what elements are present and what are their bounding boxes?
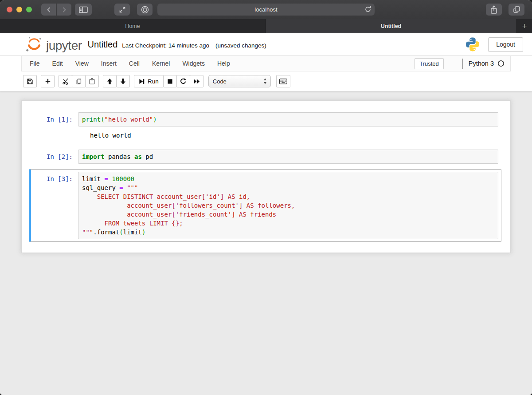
save-button[interactable] bbox=[23, 75, 37, 87]
logout-button[interactable]: Logout bbox=[488, 37, 523, 52]
menu-edit[interactable]: Edit bbox=[46, 56, 69, 71]
address-bar[interactable]: localhost bbox=[157, 4, 375, 16]
run-label: Run bbox=[148, 78, 159, 85]
code-editor[interactable]: limit = 100000sql_query = """ SELECT DIS… bbox=[78, 172, 498, 239]
kernel-name: Python 3 bbox=[469, 60, 494, 67]
browser-chrome: localhost bbox=[0, 0, 532, 19]
checkpoint-status: Last Checkpoint: 14 minutes ago bbox=[122, 40, 209, 49]
close-window-button[interactable] bbox=[7, 7, 12, 12]
save-icon bbox=[27, 78, 33, 85]
reload-icon bbox=[364, 6, 372, 13]
tabs-icon bbox=[513, 6, 520, 13]
share-icon bbox=[490, 5, 497, 14]
chevron-left-icon bbox=[46, 7, 51, 13]
notebook-title[interactable]: Untitled bbox=[88, 40, 118, 50]
plus-icon: + bbox=[522, 21, 527, 31]
output-prompt-spacer bbox=[31, 131, 78, 140]
jupyter-logo-text: jupyter bbox=[46, 39, 82, 52]
zoom-window-button[interactable] bbox=[26, 7, 32, 12]
add-cell-button[interactable] bbox=[41, 75, 55, 87]
fast-forward-icon bbox=[193, 79, 200, 84]
kernel-circle-icon bbox=[497, 60, 505, 67]
browser-window: localhost Home Untitled + bbox=[0, 0, 532, 395]
paste-icon bbox=[89, 78, 95, 85]
menu-cell[interactable]: Cell bbox=[123, 56, 146, 71]
tab-untitled-label: Untitled bbox=[381, 23, 402, 29]
plus-icon bbox=[45, 78, 51, 84]
run-cell-button[interactable]: Run bbox=[134, 75, 164, 87]
sidebar-icon bbox=[79, 6, 88, 13]
stop-icon bbox=[167, 79, 173, 84]
autosave-status: (unsaved changes) bbox=[215, 40, 266, 49]
command-palette-button[interactable] bbox=[276, 75, 290, 87]
python-logo-icon bbox=[465, 36, 480, 52]
notebook-container: In [1]: print("hello world") hello world… bbox=[21, 100, 511, 253]
cell-type-select[interactable]: Code bbox=[208, 75, 271, 87]
move-cell-up-button[interactable] bbox=[103, 75, 117, 87]
input-prompt: In [2]: bbox=[31, 150, 78, 164]
tab-untitled[interactable]: Untitled bbox=[266, 19, 517, 33]
code-editor[interactable]: import pandas as pd bbox=[78, 150, 498, 164]
url-text: localhost bbox=[254, 6, 277, 13]
menubar-strip: File Edit View Insert Cell Kernel Widget… bbox=[0, 55, 532, 71]
select-arrows-icon bbox=[263, 78, 267, 84]
share-button[interactable] bbox=[486, 4, 502, 16]
keyboard-icon bbox=[279, 79, 287, 84]
expand-icon bbox=[119, 6, 126, 13]
code-cell-1[interactable]: In [1]: print("hello world") hello world bbox=[29, 110, 501, 144]
paste-cell-button[interactable] bbox=[85, 75, 99, 87]
menu-file[interactable]: File bbox=[23, 56, 46, 71]
arrow-down-icon bbox=[120, 78, 126, 85]
restart-kernel-button[interactable] bbox=[176, 75, 190, 87]
notebook-header: jupyter Untitled Last Checkpoint: 14 min… bbox=[0, 33, 532, 55]
arrow-up-icon bbox=[107, 78, 113, 85]
tab-bar: Home Untitled + bbox=[0, 19, 532, 33]
new-tab-button[interactable]: + bbox=[517, 19, 532, 33]
scissors-icon bbox=[62, 78, 69, 85]
fullscreen-button[interactable] bbox=[114, 4, 130, 16]
code-cell-3-selected[interactable]: In [3]: limit = 100000sql_query = """ SE… bbox=[29, 169, 501, 242]
cut-cell-button[interactable] bbox=[59, 75, 72, 87]
menu-insert[interactable]: Insert bbox=[95, 56, 123, 71]
jupyter-logo-icon bbox=[25, 36, 43, 52]
restart-icon bbox=[180, 78, 186, 84]
output-text: hello world bbox=[90, 131, 131, 140]
move-cell-down-button[interactable] bbox=[116, 75, 130, 87]
forward-button[interactable] bbox=[57, 4, 71, 16]
notebook-toolbar: Run Code bbox=[0, 71, 532, 91]
notebook-body: In [1]: print("hello world") hello world… bbox=[0, 100, 532, 395]
run-icon bbox=[139, 79, 145, 84]
menu-widgets[interactable]: Widgets bbox=[176, 56, 211, 71]
jupyter-logo[interactable]: jupyter bbox=[25, 36, 82, 52]
menu-bar: File Edit View Insert Cell Kernel Widget… bbox=[21, 56, 511, 71]
back-button[interactable] bbox=[41, 4, 56, 16]
cell-type-value: Code bbox=[213, 78, 263, 85]
chevron-right-icon bbox=[62, 7, 67, 13]
input-prompt: In [3]: bbox=[31, 172, 78, 239]
tab-home-label: Home bbox=[125, 23, 140, 29]
menu-view[interactable]: View bbox=[69, 56, 95, 71]
sidebar-toggle-button[interactable] bbox=[75, 4, 92, 16]
minimize-window-button[interactable] bbox=[16, 7, 22, 12]
interrupt-kernel-button[interactable] bbox=[163, 75, 177, 87]
input-prompt: In [1]: bbox=[31, 112, 78, 126]
keyhole-circle-icon bbox=[141, 6, 149, 14]
menu-kernel[interactable]: Kernel bbox=[146, 56, 176, 71]
tab-home[interactable]: Home bbox=[0, 19, 266, 33]
copy-cell-button[interactable] bbox=[72, 75, 86, 87]
restart-run-all-button[interactable] bbox=[190, 75, 203, 87]
menu-help[interactable]: Help bbox=[211, 56, 236, 71]
copy-icon bbox=[75, 78, 82, 85]
tab-overview-button[interactable] bbox=[509, 4, 524, 16]
password-extension-button[interactable] bbox=[137, 4, 153, 16]
trusted-badge[interactable]: Trusted bbox=[415, 58, 444, 69]
kernel-idle-indicator bbox=[497, 60, 505, 67]
reload-button[interactable] bbox=[364, 6, 372, 15]
code-editor[interactable]: print("hello world") bbox=[78, 112, 498, 126]
cell-output-area: hello world bbox=[31, 126, 498, 142]
divider bbox=[462, 59, 463, 69]
code-cell-2[interactable]: In [2]: import pandas as pd bbox=[29, 147, 501, 166]
